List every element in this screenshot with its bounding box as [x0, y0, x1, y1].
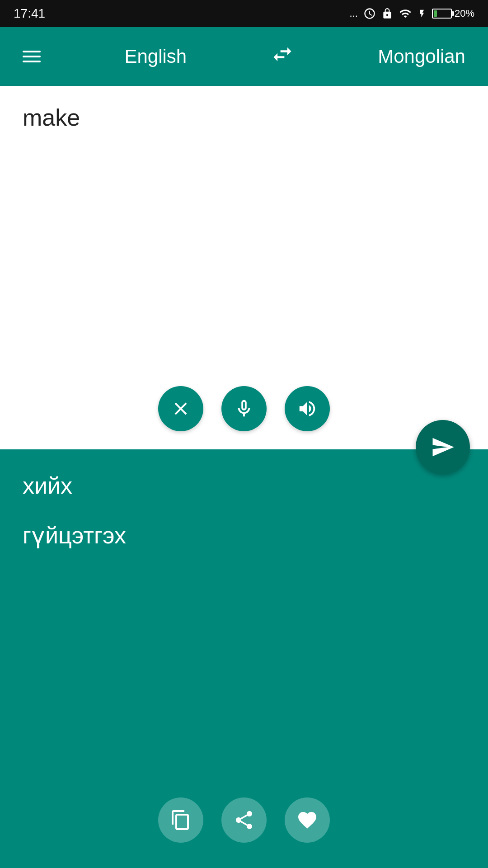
microphone-icon	[234, 398, 254, 419]
copy-icon	[170, 809, 192, 831]
clear-icon	[170, 398, 191, 419]
dots-icon: ...	[350, 8, 358, 19]
battery-indicator: 20%	[432, 8, 474, 19]
swap-languages-button[interactable]	[271, 42, 294, 71]
hamburger-line	[23, 56, 41, 57]
input-area	[0, 86, 488, 449]
translation-primary: хийх	[23, 472, 465, 499]
send-icon	[431, 435, 455, 459]
source-text-input[interactable]	[23, 104, 465, 375]
status-icons: ... 20%	[350, 7, 474, 20]
status-time: 17:41	[14, 6, 45, 21]
menu-button[interactable]	[23, 51, 41, 62]
status-bar: 17:41 ... 20%	[0, 0, 488, 27]
translation-secondary: гүйцэтгэх	[23, 522, 465, 549]
hamburger-line	[23, 51, 41, 52]
microphone-button[interactable]	[221, 386, 267, 431]
lock-icon	[381, 7, 393, 20]
heart-icon	[296, 809, 318, 831]
output-area: хийх гүйцэтгэх	[0, 449, 488, 868]
favorite-button[interactable]	[285, 797, 330, 843]
charging-icon	[418, 7, 427, 20]
signal-icon	[399, 7, 412, 20]
share-button[interactable]	[221, 797, 267, 843]
speaker-icon	[297, 398, 318, 419]
swap-icon	[271, 42, 294, 66]
input-controls	[23, 377, 465, 436]
speaker-button[interactable]	[285, 386, 330, 431]
share-icon	[233, 809, 255, 831]
alarm-icon	[363, 7, 376, 20]
clear-button[interactable]	[158, 386, 203, 431]
battery-icon	[432, 9, 452, 19]
copy-button[interactable]	[158, 797, 203, 843]
translate-button[interactable]	[416, 420, 470, 474]
battery-fill	[434, 10, 437, 17]
hamburger-line	[23, 61, 41, 62]
output-controls	[0, 797, 488, 843]
battery-percent: 20%	[455, 8, 474, 19]
app-header: English Mongolian	[0, 27, 488, 86]
source-language-selector[interactable]: English	[124, 46, 187, 67]
target-language-selector[interactable]: Mongolian	[378, 46, 465, 67]
